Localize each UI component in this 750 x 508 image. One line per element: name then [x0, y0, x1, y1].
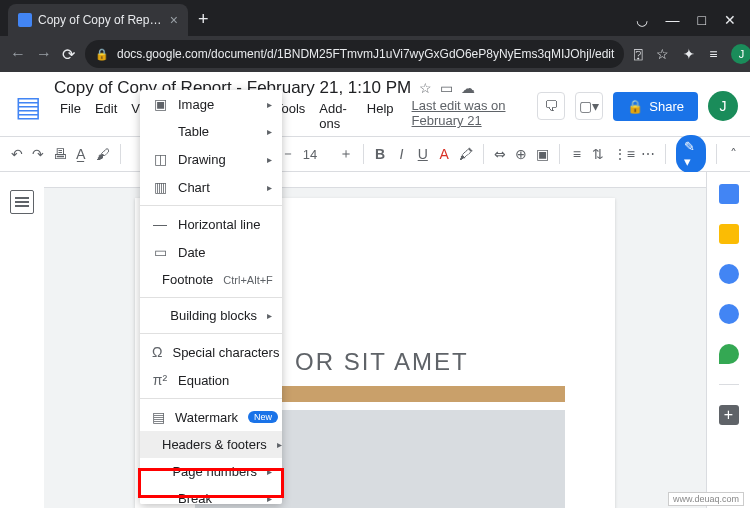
paint-format-button[interactable]: 🖌: [96, 146, 110, 162]
submenu-arrow-icon: ▸: [267, 126, 272, 137]
bold-button[interactable]: B: [373, 146, 386, 162]
submenu-arrow-icon: ▸: [267, 466, 272, 477]
editing-mode-button[interactable]: ✎ ▾: [676, 135, 706, 173]
menu-item-label: Chart: [178, 180, 257, 195]
text-color-button[interactable]: A: [437, 146, 450, 162]
menu-item-headers-footers[interactable]: Headers & footers▸: [140, 431, 282, 458]
close-icon[interactable]: ×: [170, 12, 178, 28]
menu-item-watermark[interactable]: ▤WatermarkNew: [140, 403, 282, 431]
menu-item-icon: ▣: [152, 96, 168, 112]
browser-tab[interactable]: Copy of Copy of Report - Febru... ×: [8, 4, 188, 36]
menu-item-icon: —: [152, 216, 168, 232]
present-button[interactable]: ▢▾: [575, 92, 603, 120]
back-button[interactable]: ←: [10, 45, 26, 63]
document-heading[interactable]: OR SIT AMET: [295, 348, 585, 376]
insert-link-button[interactable]: ⇔: [493, 146, 506, 162]
bookmark-icon[interactable]: ☆: [656, 46, 669, 62]
highlight-button[interactable]: 🖍: [459, 146, 473, 162]
menu-item-special-characters[interactable]: ΩSpecial characters: [140, 338, 282, 366]
submenu-arrow-icon: ▸: [267, 493, 272, 504]
share-button[interactable]: 🔒 Share: [613, 92, 698, 121]
menu-item-table[interactable]: Table▸: [140, 118, 282, 145]
insert-menu-dropdown: ▣Image▸Table▸◫Drawing▸▥Chart▸—Horizontal…: [140, 90, 282, 504]
menu-item-label: Watermark: [175, 410, 238, 425]
maximize-button[interactable]: □: [698, 12, 706, 28]
menu-item-label: Headers & footers: [162, 437, 267, 452]
undo-button[interactable]: ↶: [10, 146, 23, 162]
menu-item-label: Break: [178, 491, 257, 504]
comment-history-button[interactable]: 🗨: [537, 92, 565, 120]
contacts-icon[interactable]: [719, 304, 739, 324]
favicon: [18, 13, 32, 27]
account-avatar[interactable]: J: [708, 91, 738, 121]
last-edit-text[interactable]: Last edit was on February 21: [412, 98, 528, 134]
keep-icon[interactable]: [719, 224, 739, 244]
menu-item-footnote[interactable]: FootnoteCtrl+Alt+F: [140, 266, 282, 293]
italic-button[interactable]: I: [395, 146, 408, 162]
font-size-increase[interactable]: ＋: [339, 145, 353, 163]
star-icon[interactable]: ☆: [419, 80, 432, 96]
menu-item-building-blocks[interactable]: Building blocks▸: [140, 302, 282, 329]
calendar-icon[interactable]: [719, 184, 739, 204]
menu-item-icon: π²: [152, 372, 168, 388]
share-icon[interactable]: ⍰: [634, 46, 642, 62]
menu-item-equation[interactable]: π²Equation: [140, 366, 282, 394]
reader-icon[interactable]: ≡: [709, 46, 717, 62]
menu-item-label: Building blocks: [170, 308, 257, 323]
lock-icon: 🔒: [95, 48, 109, 61]
extension-icon[interactable]: ✦: [683, 46, 695, 62]
menu-item-icon: Ω: [152, 344, 162, 360]
menu-item-break[interactable]: Break▸: [140, 485, 282, 504]
docs-header: ▤ Copy of Copy of Report - February 21, …: [0, 72, 750, 136]
menu-item-horizontal-line[interactable]: —Horizontal line: [140, 210, 282, 238]
menu-item-label: Table: [178, 124, 257, 139]
cloud-icon[interactable]: ☁: [461, 80, 475, 96]
submenu-arrow-icon: ▸: [267, 99, 272, 110]
insert-image-button[interactable]: ▣: [536, 146, 549, 162]
font-size-input[interactable]: 14: [303, 147, 331, 162]
url-text: docs.google.com/document/d/1BNDM25FTmvmJ…: [117, 47, 614, 61]
font-size-decrease[interactable]: －: [281, 145, 295, 163]
menu-file[interactable]: File: [54, 98, 87, 134]
print-button[interactable]: 🖶: [53, 146, 67, 162]
menu-item-icon: ◫: [152, 151, 168, 167]
close-window-button[interactable]: ✕: [724, 12, 736, 28]
docs-logo[interactable]: ▤: [12, 86, 44, 126]
menu-item-chart[interactable]: ▥Chart▸: [140, 173, 282, 201]
reload-button[interactable]: ⟳: [62, 45, 75, 64]
formatting-toolbar: ↶ ↷ 🖶 A̲ 🖌 － 14 ＋ B I U A 🖍 ⇔ ⊕ ▣ ≡ ⇅ ⋮≡…: [0, 136, 750, 172]
share-label: Share: [649, 99, 684, 114]
profile-avatar[interactable]: J: [731, 44, 750, 64]
add-comment-button[interactable]: ⊕: [515, 146, 528, 162]
spellcheck-button[interactable]: A̲: [75, 146, 88, 162]
menu-help[interactable]: Help: [361, 98, 400, 134]
new-tab-button[interactable]: +: [188, 3, 219, 36]
underline-button[interactable]: U: [416, 146, 429, 162]
minimize-icon[interactable]: ◡: [636, 12, 648, 28]
submenu-arrow-icon: ▸: [267, 310, 272, 321]
menu-item-page-numbers[interactable]: Page numbers▸: [140, 458, 282, 485]
menu-item-image[interactable]: ▣Image▸: [140, 90, 282, 118]
redo-button[interactable]: ↷: [31, 146, 44, 162]
menu-item-label: Equation: [178, 373, 272, 388]
move-icon[interactable]: ▭: [440, 80, 453, 96]
menu-addons[interactable]: Add-ons: [313, 98, 358, 134]
list-button[interactable]: ⋮≡: [613, 146, 633, 162]
menu-item-drawing[interactable]: ◫Drawing▸: [140, 145, 282, 173]
tasks-icon[interactable]: [719, 264, 739, 284]
more-button[interactable]: ⋯: [641, 146, 655, 162]
maps-icon[interactable]: [719, 344, 739, 364]
menu-item-icon: ▭: [152, 244, 168, 260]
browser-tab-strip: Copy of Copy of Report - Febru... × + ◡ …: [0, 0, 750, 36]
get-addons-icon[interactable]: +: [719, 405, 739, 425]
align-button[interactable]: ≡: [570, 146, 583, 162]
menu-edit[interactable]: Edit: [89, 98, 123, 134]
hide-menus-button[interactable]: ˄: [727, 146, 740, 162]
minimize-button[interactable]: —: [666, 12, 680, 28]
new-badge: New: [248, 411, 278, 423]
outline-icon[interactable]: [10, 190, 34, 214]
menu-item-date[interactable]: ▭Date: [140, 238, 282, 266]
line-spacing-button[interactable]: ⇅: [591, 146, 604, 162]
url-input[interactable]: 🔒 docs.google.com/document/d/1BNDM25FTmv…: [85, 40, 624, 68]
submenu-arrow-icon: ▸: [277, 439, 282, 450]
